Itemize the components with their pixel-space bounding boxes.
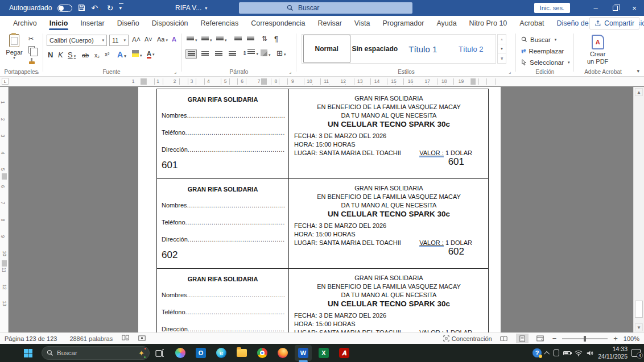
notification-icon[interactable]: 4 xyxy=(631,349,641,357)
styles-scroll-down[interactable]: ▾ xyxy=(498,44,506,54)
superscript-button[interactable]: x² xyxy=(105,51,109,57)
tab-nitro-pro-10[interactable]: Nitro Pro 10 xyxy=(463,16,514,31)
volume-icon[interactable] xyxy=(587,350,594,356)
clear-formatting-button[interactable]: A xyxy=(172,36,176,43)
zoom-in-button[interactable]: + xyxy=(613,334,618,343)
chrome-button[interactable] xyxy=(254,345,271,361)
file-explorer-button[interactable] xyxy=(233,345,250,361)
format-painter-button[interactable] xyxy=(28,58,35,66)
zoom-out-button[interactable]: − xyxy=(552,334,557,343)
scroll-up-arrow[interactable]: ▲ xyxy=(635,88,643,96)
share-button[interactable]: Compartir xyxy=(589,17,639,30)
borders-button[interactable]: ⊞ xyxy=(276,49,286,57)
print-layout-button[interactable] xyxy=(516,334,529,343)
minimize-button[interactable]: – xyxy=(586,0,605,16)
tab-vista[interactable]: Vista xyxy=(348,16,377,31)
replace-button[interactable]: ⇄ Reemplazar xyxy=(521,46,570,56)
web-layout-button[interactable] xyxy=(534,334,547,343)
proofing-icon[interactable] xyxy=(122,335,129,342)
redo-icon[interactable]: ↻ xyxy=(107,4,114,12)
document-page[interactable]: GRAN RIFA SOLIDARIA Nombres.............… xyxy=(138,87,501,332)
acrobat-button[interactable]: 𝑨 xyxy=(336,345,353,361)
tab-programador[interactable]: Programador xyxy=(376,16,430,31)
font-color-button[interactable]: A xyxy=(147,50,154,57)
autosave-toggle[interactable] xyxy=(57,5,72,12)
word-count[interactable]: 28861 palabras xyxy=(69,335,113,342)
taskbar-search[interactable]: ✦ xyxy=(42,346,150,360)
style-card-sin-espaciado[interactable]: Sin espaciado xyxy=(352,35,398,63)
styles-scroll-up[interactable]: ▴ xyxy=(498,35,506,44)
align-center-button[interactable] xyxy=(199,49,210,59)
restore-button[interactable] xyxy=(605,0,625,16)
align-right-button[interactable] xyxy=(213,49,224,59)
grow-font-button[interactable]: A˄ xyxy=(132,36,141,44)
raffle-ticket[interactable]: GRAN RIFA SOLIDARIA Nombres.............… xyxy=(157,89,488,179)
page-indicator[interactable]: Página 123 de 123 xyxy=(5,335,57,342)
tab-selector[interactable]: L xyxy=(2,78,9,85)
bold-button[interactable]: N xyxy=(48,51,53,59)
subscript-button[interactable]: x₂ xyxy=(94,52,100,59)
task-view-button[interactable] xyxy=(151,345,168,361)
quick-access-customize-icon[interactable]: ▾ xyxy=(119,6,122,11)
style-card-normal[interactable]: Normal xyxy=(303,35,350,63)
align-left-button[interactable] xyxy=(185,49,197,59)
raffle-ticket[interactable]: GRAN RIFA SOLIDARIA Nombres.............… xyxy=(157,179,488,269)
paste-button[interactable]: Pegar ▾ xyxy=(3,34,25,60)
tab-revisar[interactable]: Revisar xyxy=(311,16,348,31)
change-case-button[interactable]: Aa xyxy=(157,36,168,43)
copy-button[interactable] xyxy=(28,46,35,55)
titlebar-search[interactable] xyxy=(239,2,412,14)
tab-archivo[interactable]: Archivo xyxy=(7,16,43,31)
copilot-button[interactable] xyxy=(172,345,189,361)
bullets-button[interactable] xyxy=(187,36,197,43)
font-name-combo[interactable]: Calibri (Cuerpo) xyxy=(47,35,107,46)
sign-in-button[interactable]: Inic. ses. xyxy=(534,3,570,13)
tab-ayuda[interactable]: Ayuda xyxy=(430,16,463,31)
text-effects-button[interactable]: A xyxy=(117,50,126,59)
select-button[interactable]: Seleccionar xyxy=(521,57,570,67)
shrink-font-button[interactable]: A˅ xyxy=(145,36,152,43)
zoom-slider[interactable] xyxy=(562,338,608,339)
paragraph-dialog-launcher[interactable]: ⌟ xyxy=(289,69,291,74)
scroll-down-arrow[interactable]: ▼ xyxy=(635,323,643,331)
vertical-scrollbar[interactable]: ▲ ▼ xyxy=(633,87,644,332)
style-card-t-tulo-1[interactable]: Título 1 xyxy=(399,35,446,63)
start-button[interactable] xyxy=(19,345,36,361)
device-icon[interactable] xyxy=(554,349,559,356)
tab-dise-o[interactable]: Diseño xyxy=(111,16,146,31)
numbering-button[interactable] xyxy=(201,36,212,43)
tab-correspondencia[interactable]: Correspondencia xyxy=(245,16,311,31)
clock[interactable]: 14:3324/11/2025 xyxy=(598,346,628,360)
pilcrow-button[interactable]: ¶ xyxy=(274,35,278,43)
word-button[interactable]: W xyxy=(295,345,312,361)
strikethrough-button[interactable]: ab xyxy=(82,52,89,59)
excel-button[interactable]: X xyxy=(315,345,332,361)
styles-dialog-launcher[interactable]: ⌟ xyxy=(509,69,511,74)
cut-button[interactable]: ✂ xyxy=(28,35,34,43)
underline-button[interactable]: S xyxy=(68,51,76,59)
outlook-button[interactable]: O xyxy=(192,345,209,361)
find-button[interactable]: Buscar xyxy=(521,35,570,44)
collapse-ribbon-icon[interactable]: ▾ xyxy=(637,68,639,74)
focus-mode-button[interactable]: Concentración xyxy=(443,335,492,342)
scrollbar-thumb[interactable] xyxy=(635,301,643,318)
horizontal-ruler[interactable]: L 112345678910111213141516171819 xyxy=(0,77,644,86)
tray-expand-icon[interactable] xyxy=(544,351,550,356)
raffle-table[interactable]: GRAN RIFA SOLIDARIA Nombres.............… xyxy=(156,89,489,332)
styles-gallery-expand[interactable]: ⊽ xyxy=(498,54,506,63)
tab-acrobat[interactable]: Acrobat xyxy=(513,16,550,31)
zoom-level[interactable]: 100% xyxy=(624,335,639,342)
taskbar-search-input[interactable] xyxy=(57,349,119,356)
edge-button[interactable]: e xyxy=(213,345,230,361)
vertical-ruler[interactable]: 12345678910111213 xyxy=(0,87,9,332)
firefox-button[interactable] xyxy=(274,345,291,361)
tab-disposici-n[interactable]: Disposición xyxy=(146,16,195,31)
titlebar-search-input[interactable] xyxy=(298,4,401,12)
italic-button[interactable]: K xyxy=(58,51,63,59)
justify-button[interactable] xyxy=(226,49,238,59)
shading-button[interactable] xyxy=(261,49,271,57)
tab-insertar[interactable]: Insertar xyxy=(74,16,110,31)
highlight-button[interactable] xyxy=(132,50,142,58)
undo-icon[interactable]: ↶ xyxy=(91,4,101,12)
create-pdf-button[interactable]: A Crearun PDF xyxy=(587,35,608,65)
